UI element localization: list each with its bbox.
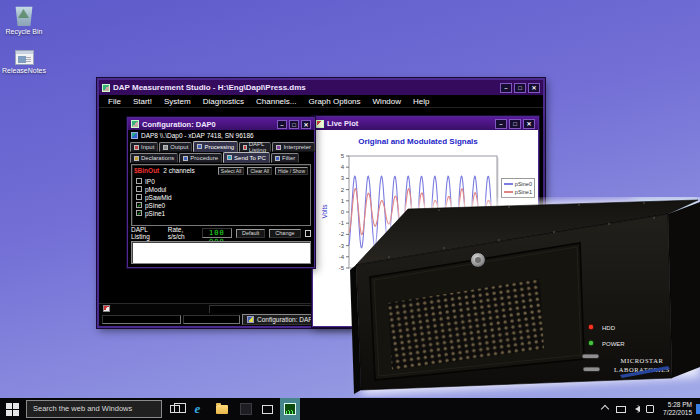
main-title-bar[interactable]: DAP Measurement Studio - H:\Eng\Dapl\Pre…	[99, 80, 543, 95]
device-info-text: DAP8 \\.\Dap0 - xDAP 7418, SN 96186	[141, 132, 254, 139]
task-view-button[interactable]	[166, 401, 183, 417]
volume-tray-button[interactable]	[635, 398, 640, 420]
fastener-slot-lower	[583, 367, 600, 372]
change-button[interactable]: Change	[269, 229, 300, 238]
action-center-icon	[646, 405, 654, 413]
menu-window[interactable]: Window	[368, 96, 406, 107]
input-tab-icon	[134, 145, 139, 150]
taskbutton-configuration[interactable]: Configuration: DAP0	[242, 314, 321, 325]
file-explorer-button[interactable]	[213, 401, 230, 417]
start-button[interactable]	[6, 403, 19, 416]
psine1-legend-label: pSine1	[515, 189, 532, 195]
tab-input[interactable]: Input	[130, 142, 158, 152]
pmodul-checkbox[interactable]	[136, 186, 142, 192]
tab-dapl-listing[interactable]: DAPL Listing	[239, 142, 271, 152]
tab-declarations[interactable]: Declarations	[130, 153, 178, 163]
live-plot-icon	[316, 120, 324, 128]
pinned-app-button[interactable]	[237, 401, 254, 417]
channel-panel: $BinOut 2 channels Select All Clear All …	[131, 164, 311, 226]
filter-tab-icon	[275, 156, 280, 161]
menu-system[interactable]: System	[159, 96, 196, 107]
configuration-window-icon	[247, 316, 254, 323]
rate-checkbox[interactable]	[305, 230, 311, 237]
taskbar-clock[interactable]: 5:28 PM 7/22/2015	[663, 401, 692, 417]
tab-send-to-pc[interactable]: Send To PC	[223, 152, 270, 163]
menu-graph-options[interactable]: Graph Options	[304, 96, 366, 107]
psine1-label: pSine1	[145, 210, 165, 217]
power-led-label: POWER	[602, 341, 625, 347]
svg-text:3: 3	[341, 175, 345, 181]
window-app-button[interactable]	[259, 401, 276, 417]
folder-icon	[216, 405, 228, 414]
tab-interpreter[interactable]: Interpreter	[272, 142, 315, 152]
search-input[interactable]: Search the web and Windows	[26, 400, 162, 418]
menu-help[interactable]: Help	[408, 96, 434, 107]
clock-date: 7/22/2015	[663, 409, 692, 417]
clear-all-button[interactable]: Clear All	[247, 167, 272, 175]
hide-show-button[interactable]: Hide / Show	[275, 167, 308, 175]
menu-bar: File Start! System Diagnostics Channels.…	[99, 95, 543, 108]
rate-row: DAPL Listing Rate, s/s/ch 100 000 Defaul…	[131, 227, 311, 239]
config-close-button[interactable]: ✕	[301, 120, 311, 129]
psine0-checkbox[interactable]: ✓	[136, 202, 142, 208]
tab-output[interactable]: Output	[159, 142, 192, 152]
desktop-icon-releasenotes[interactable]: ReleaseNotes	[0, 50, 50, 74]
live-plot-title-bar[interactable]: Live Plot – □ ✕	[313, 117, 538, 130]
default-button[interactable]: Default	[236, 229, 265, 238]
menu-channels[interactable]: Channels...	[251, 96, 301, 107]
action-center-button[interactable]	[646, 398, 654, 420]
channel-list: IP0 pModul pSawMid ✓pSine0 ✓pSine1	[132, 176, 310, 217]
chart-title: Original and Modulated Signals	[313, 137, 523, 146]
select-all-button[interactable]: Select All	[218, 167, 245, 175]
minimize-button[interactable]: –	[500, 83, 512, 93]
psine1-checkbox[interactable]: ✓	[136, 210, 142, 216]
menu-start[interactable]: Start!	[128, 96, 157, 107]
psine0-legend-label: pSine0	[515, 181, 532, 187]
tab-output-label: Output	[170, 144, 188, 150]
dapstudio-taskbar-button[interactable]	[280, 398, 300, 420]
ip0-checkbox[interactable]	[136, 178, 142, 184]
tab-send-to-pc-label: Send To PC	[234, 155, 266, 161]
internet-explorer-icon: e	[195, 401, 201, 417]
dapl-listing-box[interactable]	[131, 241, 311, 264]
chevron-up-icon	[601, 405, 609, 413]
tray-expand-button[interactable]	[602, 398, 608, 420]
internet-explorer-button[interactable]: e	[189, 401, 206, 417]
channel-row-ip0[interactable]: IP0	[136, 177, 310, 185]
tab-procedure[interactable]: Procedure	[179, 153, 222, 163]
door-lock-core	[475, 257, 481, 263]
xdap-hardware-photo: HDD POWER Microstar Laboratories	[344, 197, 700, 397]
network-tray-button[interactable]	[616, 398, 626, 420]
plot-close-button[interactable]: ✕	[523, 119, 535, 129]
configuration-title-bar[interactable]: Configuration: DAP0 – □ ✕	[128, 118, 314, 130]
rate-label: Rate, s/s/ch	[168, 226, 198, 240]
psawmid-label: pSawMid	[145, 194, 172, 201]
config-minimize-button[interactable]: –	[277, 120, 287, 129]
dapl-listing-tab-icon	[243, 145, 247, 150]
plot-maximize-button[interactable]: □	[509, 119, 521, 129]
channel-row-psawmid[interactable]: pSawMid	[136, 193, 310, 201]
desktop-icon-recycle-bin[interactable]: Recycle Bin	[0, 4, 50, 35]
plot-minimize-button[interactable]: –	[495, 119, 507, 129]
tab-processing[interactable]: Processing	[193, 141, 238, 152]
psawmid-checkbox[interactable]	[136, 194, 142, 200]
channel-row-psine0[interactable]: ✓pSine0	[136, 201, 310, 209]
recycle-bin-label: Recycle Bin	[0, 28, 50, 35]
tab-filter[interactable]: Filter	[271, 153, 299, 163]
config-maximize-button[interactable]: □	[289, 120, 299, 129]
channel-row-psine1[interactable]: ✓pSine1	[136, 209, 310, 217]
notification-icon[interactable]	[696, 404, 700, 414]
taskbar: Search the web and Windows e 5:28 PM 7/2…	[0, 398, 700, 420]
menu-diagnostics[interactable]: Diagnostics	[198, 96, 249, 107]
psine1-line-swatch	[504, 191, 513, 193]
menu-file[interactable]: File	[103, 96, 126, 107]
close-button[interactable]: ✕	[528, 83, 540, 93]
maximize-button[interactable]: □	[514, 83, 526, 93]
ip0-label: IP0	[145, 178, 155, 185]
send-to-pc-tab-icon	[227, 155, 232, 160]
channel-row-pmodul[interactable]: pModul	[136, 185, 310, 193]
rate-value-display: 100 000	[202, 228, 232, 238]
processing-tab-icon	[197, 144, 202, 149]
tab-procedure-label: Procedure	[190, 155, 218, 161]
search-placeholder: Search the web and Windows	[33, 404, 132, 413]
